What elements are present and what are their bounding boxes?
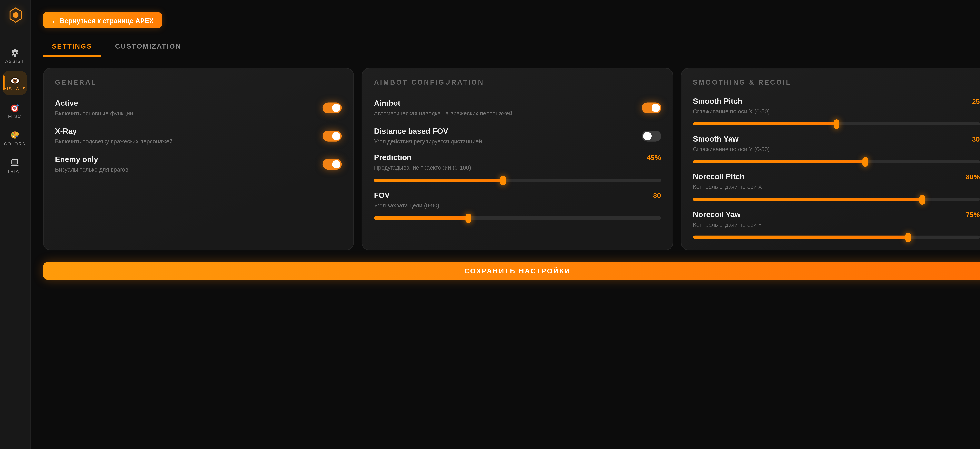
setting-row: Smooth Yaw 30 Сглаживание по оси Y (0-50… <box>693 134 980 163</box>
sidebar-nav: ASSIST VISUALS MISC COLORS TRIAL <box>3 43 27 177</box>
panel-title: AIMBOT CONFIGURATION <box>374 78 661 86</box>
slider-track[interactable] <box>693 198 980 201</box>
hexagon-logo-icon <box>9 7 22 26</box>
setting-description: Предугадывание траектории (0-100) <box>374 164 661 171</box>
slider-value: 30 <box>653 191 661 199</box>
setting-row: X-Ray Включить подсветку вражеских персо… <box>55 125 342 146</box>
toggle-switch[interactable] <box>323 130 342 141</box>
setting-row: Prediction 45% Предугадывание траектории… <box>374 153 661 182</box>
setting-label: Norecoil Pitch <box>693 172 745 181</box>
setting-row: Smooth Pitch 25 Сглаживание по оси X (0-… <box>693 97 980 126</box>
toggle-knob <box>643 132 651 140</box>
sidebar-item-label: COLORS <box>4 141 25 146</box>
tab-settings[interactable]: SETTINGS <box>43 37 101 56</box>
smoothing-slider-rows: Smooth Pitch 25 Сглаживание по оси X (0-… <box>693 97 980 239</box>
setting-description: Сглаживание по оси Y (0-50) <box>693 146 980 152</box>
toggle-knob <box>332 132 340 140</box>
setting-label: Smooth Pitch <box>693 97 743 106</box>
setting-label: Norecoil Yaw <box>693 210 740 219</box>
setting-row: Norecoil Pitch 80% Контроль отдачи по ос… <box>693 172 980 201</box>
sidebar-item-label: ASSIST <box>5 59 24 63</box>
setting-label: Prediction <box>374 153 412 162</box>
settings-panels: GENERAL Active Включить основные функции… <box>43 68 980 250</box>
panel-smoothing: SMOOTHING & RECOIL Smooth Pitch 25 Сглаж… <box>681 68 980 250</box>
setting-label: Smooth Yaw <box>693 134 738 143</box>
toggle-switch[interactable] <box>323 102 342 113</box>
sidebar-item-trial[interactable]: TRIAL <box>3 154 27 177</box>
back-to-apex-button[interactable]: ← Вернуться к странице APEX <box>43 12 162 28</box>
setting-description: Визуалы только для врагов <box>55 166 128 173</box>
setting-row: Norecoil Yaw 75% Контроль отдачи по оси … <box>693 210 980 239</box>
setting-row: Distance based FOV Угол действия регулир… <box>374 125 661 146</box>
aimbot-toggle-rows: Aimbot Автоматическая наводка на вражеск… <box>374 97 661 146</box>
slider-track[interactable] <box>693 160 980 163</box>
setting-label: Distance based FOV <box>374 127 482 136</box>
setting-row: Active Включить основные функции <box>55 97 342 118</box>
toggle-switch[interactable] <box>642 130 661 141</box>
app-root: ASSIST VISUALS MISC COLORS TRIAL ← Верну… <box>0 0 980 449</box>
slider-fill <box>693 123 836 126</box>
panel-general: GENERAL Active Включить основные функции… <box>43 68 354 250</box>
setting-description: Автоматическая наводка на вражеских перс… <box>374 110 512 117</box>
sidebar-item-colors[interactable]: COLORS <box>3 126 27 150</box>
setting-row: FOV 30 Угол захвата цели (0-90) <box>374 191 661 220</box>
setting-description: Включить основные функции <box>55 110 133 117</box>
app-logo <box>0 7 31 26</box>
setting-description: Включить подсветку вражеских персонажей <box>55 138 173 145</box>
slider-thumb[interactable] <box>862 157 868 166</box>
slider-value: 75% <box>966 210 980 218</box>
slider-fill <box>693 198 923 201</box>
sidebar-item-assist[interactable]: ASSIST <box>3 43 27 67</box>
slider-fill <box>693 160 865 163</box>
setting-label: X-Ray <box>55 127 173 136</box>
slider-thumb[interactable] <box>920 195 925 204</box>
panel-aimbot: AIMBOT CONFIGURATION Aimbot Автоматическ… <box>362 68 673 250</box>
slider-thumb[interactable] <box>466 213 471 223</box>
slider-track[interactable] <box>374 217 661 220</box>
slider-fill <box>374 178 503 182</box>
sidebar-item-label: VISUALS <box>3 86 26 91</box>
toggle-switch[interactable] <box>323 158 342 169</box>
slider-thumb[interactable] <box>905 232 911 242</box>
slider-fill <box>693 236 908 239</box>
slider-thumb[interactable] <box>500 175 506 185</box>
laptop-icon <box>10 158 20 168</box>
setting-row: Enemy only Визуалы только для врагов <box>55 153 342 175</box>
slider-thumb[interactable] <box>834 119 839 129</box>
toggle-switch[interactable] <box>642 102 661 113</box>
panel-title: GENERAL <box>55 78 342 86</box>
sidebar: ASSIST VISUALS MISC COLORS TRIAL <box>0 0 31 449</box>
setting-row: Aimbot Автоматическая наводка на вражеск… <box>374 97 661 118</box>
aimbot-slider-rows: Prediction 45% Предугадывание траектории… <box>374 153 661 220</box>
sidebar-item-visuals[interactable]: VISUALS <box>3 71 27 95</box>
setting-label: Aimbot <box>374 99 512 108</box>
palette-icon <box>10 130 20 140</box>
gear-icon <box>10 48 20 58</box>
slider-value: 45% <box>647 154 661 161</box>
toggle-knob <box>332 103 340 111</box>
setting-description: Контроль отдачи по оси Y <box>693 221 980 228</box>
setting-label: Active <box>55 99 133 108</box>
slider-value: 80% <box>966 173 980 181</box>
slider-track[interactable] <box>693 236 980 239</box>
target-icon <box>10 103 20 113</box>
slider-value: 25 <box>972 97 980 105</box>
setting-label: Enemy only <box>55 155 128 164</box>
sidebar-item-label: MISC <box>8 114 21 118</box>
save-settings-button[interactable]: СОХРАНИТЬ НАСТРОЙКИ <box>43 262 980 280</box>
tab-customization[interactable]: CUSTOMIZATION <box>106 37 190 56</box>
setting-description: Контроль отдачи по оси X <box>693 184 980 190</box>
slider-track[interactable] <box>693 123 980 126</box>
main-content: ← Вернуться к странице APEX SETTINGSCUST… <box>31 0 980 280</box>
sidebar-item-label: TRIAL <box>7 169 22 173</box>
general-rows: Active Включить основные функции X-Ray В… <box>55 97 342 175</box>
sidebar-item-misc[interactable]: MISC <box>3 99 27 123</box>
setting-label: FOV <box>374 191 390 200</box>
tab-bar: SETTINGSCUSTOMIZATION <box>43 37 980 56</box>
slider-track[interactable] <box>374 178 661 182</box>
slider-fill <box>374 217 469 220</box>
setting-description: Угол действия регулируется дистанцией <box>374 138 482 145</box>
setting-description: Угол захвата цели (0-90) <box>374 202 661 209</box>
toggle-knob <box>651 103 660 111</box>
slider-value: 30 <box>972 135 980 143</box>
